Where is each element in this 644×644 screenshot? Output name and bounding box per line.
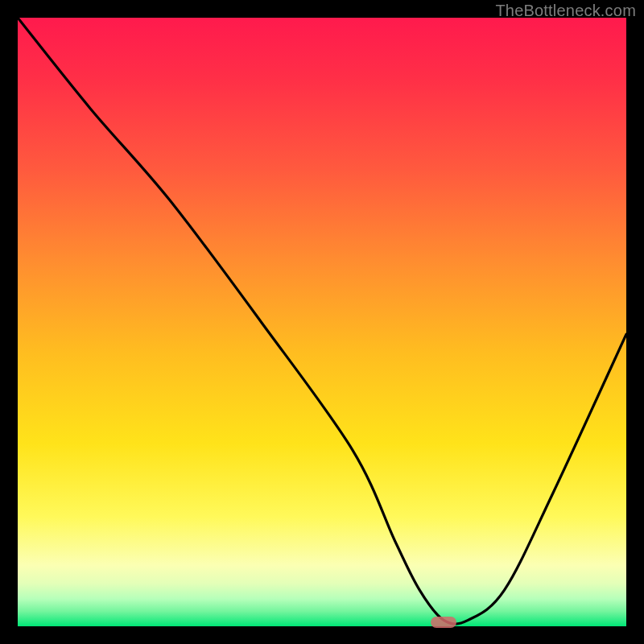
chart-frame: TheBottleneck.com <box>0 0 644 644</box>
bottleneck-curve <box>18 18 626 626</box>
optimal-marker <box>431 617 456 628</box>
watermark-text: TheBottleneck.com <box>495 2 636 20</box>
plot-area <box>18 18 626 626</box>
